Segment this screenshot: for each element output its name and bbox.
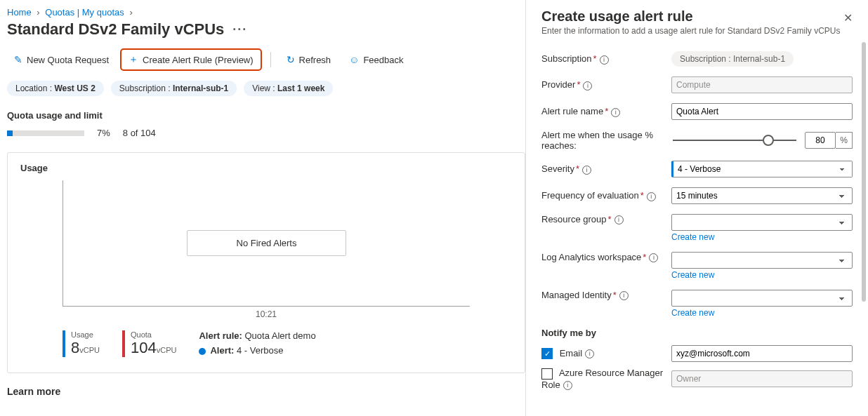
separator [270,52,271,67]
resource-group-select[interactable] [671,214,853,231]
feedback-button[interactable]: ☺ Feedback [342,51,410,68]
subscription-display: Subscription : Internal-sub-1 [671,51,794,67]
usage-progress-bar [7,130,84,136]
edit-icon: ✎ [14,54,22,65]
usage-card-title: Usage [20,163,512,173]
alert-info: Alert rule: Quota Alert demo Alert: 4 - … [199,330,315,360]
create-new-rg-link[interactable]: Create new [671,232,853,242]
quota-usage-title: Quota usage and limit [7,110,525,121]
create-alert-panel: ✕ Create usage alert rule Enter the info… [525,0,868,416]
usage-fraction: 8 of 104 [123,128,156,138]
panel-title: Create usage alert rule [541,8,853,25]
info-icon[interactable]: i [619,291,629,300]
stat-quota: Quota 104vCPU [122,330,182,357]
info-icon[interactable]: i [583,81,592,90]
page-title: Standard DSv2 Family vCPUs ··· [7,20,525,39]
label-frequency: Frequency of evaluation*i [541,190,664,201]
email-checkbox[interactable]: ✓ [541,348,553,359]
log-analytics-select[interactable] [671,252,853,269]
label-arm-role: Azure Resource Manager Rolei [541,368,664,390]
label-resource-group: Resource group*i [541,214,664,224]
new-quota-request-button[interactable]: ✎ New Quota Request [7,51,116,68]
info-icon[interactable]: i [585,349,594,358]
breadcrumb-home[interactable]: Home [7,7,32,18]
usage-card: Usage No Fired Alerts 10:21 Usage 8vCPU … [7,152,525,373]
filter-view[interactable]: View : Last 1 week [244,81,333,96]
label-rulename: Alert rule name*i [541,106,664,116]
filter-subscription[interactable]: Subscription : Internal-sub-1 [111,81,237,96]
label-log-analytics: Log Analytics workspace*i [541,252,664,262]
frequency-select[interactable]: 15 minutes [671,187,853,204]
label-subscription: Subscription*i [541,53,664,64]
feedback-icon: ☺ [349,54,359,65]
label-email: ✓ Emaili [541,348,664,360]
info-icon[interactable]: i [600,55,609,65]
info-icon[interactable]: i [649,253,658,262]
more-icon[interactable]: ··· [232,22,247,37]
main-content: Home › Quotas | My quotas › Standard DSv… [0,0,525,416]
info-icon[interactable]: i [611,108,620,117]
chevron-right-icon: › [129,7,132,18]
managed-identity-select[interactable] [671,290,853,307]
label-provider: Provider*i [541,79,664,90]
email-input[interactable] [671,345,853,362]
create-new-mi-link[interactable]: Create new [671,308,853,318]
toolbar: ✎ New Quota Request ＋ Create Alert Rule … [7,48,525,71]
label-managed-identity: Managed Identity*i [541,290,664,300]
panel-subtitle: Enter the information to add a usage ale… [541,26,853,36]
arm-role-checkbox[interactable] [541,368,553,380]
usage-bar-row: 7% 8 of 104 [7,128,525,138]
plus-icon: ＋ [129,53,138,66]
create-alert-rule-button[interactable]: ＋ Create Alert Rule (Preview) [120,48,262,71]
provider-select: Compute [671,76,853,93]
learn-more-heading: Learn more [7,386,525,397]
info-icon[interactable]: i [563,381,572,390]
usage-legend: Usage 8vCPU Quota 104vCPU Alert rule: Qu… [63,330,512,360]
severity-select[interactable]: 4 - Verbose [671,161,853,177]
chevron-right-icon: › [37,7,39,18]
filter-pills: Location : West US 2 Subscription : Inte… [7,81,525,96]
filter-location[interactable]: Location : West US 2 [7,81,104,96]
alert-rule-name-input[interactable] [671,103,853,120]
breadcrumb-quotas[interactable]: Quotas | My quotas [45,7,124,18]
alerts-chart: No Fired Alerts [63,180,470,307]
stat-usage: Usage 8vCPU [63,330,105,357]
close-icon[interactable]: ✕ [843,11,853,25]
info-icon[interactable]: i [647,192,656,201]
chart-x-tick: 10:21 [20,309,512,319]
label-severity: Severity*i [541,163,664,174]
page-title-text: Standard DSv2 Family vCPUs [7,20,224,39]
percent-label: % [836,132,853,149]
label-threshold: Alert me when the usage % reaches: [541,130,664,151]
breadcrumb: Home › Quotas | My quotas › [7,7,525,18]
create-new-law-link[interactable]: Create new [671,270,853,280]
info-icon[interactable]: i [614,215,624,224]
notify-title: Notify me by [541,328,853,338]
threshold-slider[interactable] [673,140,796,141]
info-icon[interactable]: i [582,166,591,175]
threshold-input[interactable] [805,132,836,149]
usage-percent: 7% [97,128,110,138]
scrollbar[interactable] [862,42,866,302]
refresh-button[interactable]: ↻ Refresh [280,51,338,68]
refresh-icon: ↻ [287,54,295,65]
no-fired-alerts-banner: No Fired Alerts [187,230,347,256]
dot-icon [199,348,206,355]
arm-role-select: Owner [671,370,853,387]
